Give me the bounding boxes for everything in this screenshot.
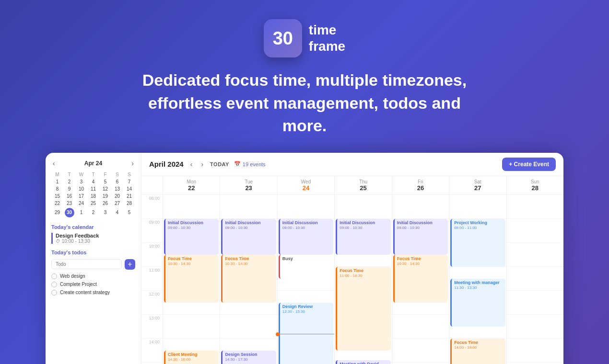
time-col: 08:0009:0010:0011:0012:0013:0014:0015:00… — [141, 195, 163, 364]
sidebar: ‹ Apr 24 › MTWTFSS 123456789101112131415… — [46, 153, 141, 364]
mini-cal-title: Apr 24 — [84, 160, 102, 167]
sidebar-event: Design Feedback ⏱ 10:00 - 13:30 — [51, 233, 135, 244]
day-slot — [507, 195, 563, 219]
event-block[interactable]: Initial Discussion09:00 - 10:30 — [393, 219, 448, 255]
event-name: Design Review — [282, 304, 331, 310]
day-slot — [507, 267, 563, 291]
cal-header: April 2024 ‹ › TODAY 📅 19 events + Creat… — [141, 153, 563, 176]
event-name: Client Meeting — [168, 352, 216, 358]
day-slot — [163, 315, 220, 339]
time-slot: 14:00 — [141, 339, 163, 363]
event-block[interactable]: Meeting with David — [336, 360, 390, 364]
day-name: Fri — [396, 179, 445, 184]
day-name: Tue — [224, 179, 273, 184]
todo-add-btn[interactable]: + — [125, 259, 135, 270]
day-slot — [220, 195, 277, 219]
day-col-wed: Initial Discussion09:00 - 10:30BusyDesig… — [277, 195, 334, 364]
event-time: 11:00 - 14:30 — [340, 273, 388, 278]
cal-day-headers: Mon22Tue23Wed24Thu25Fri26Sat27Sun28 — [141, 176, 563, 195]
day-name: Sun — [511, 179, 560, 184]
event-block[interactable]: Meeting with manager11:30 - 13:30 — [450, 279, 505, 327]
day-col-mon: Initial Discussion09:00 - 10:30Focus Tim… — [163, 195, 220, 364]
calendar-main: April 2024 ‹ › TODAY 📅 19 events + Creat… — [141, 153, 563, 364]
event-block[interactable]: Focus Time10:30 - 14:30 — [221, 255, 276, 303]
day-slot — [507, 219, 563, 243]
day-slot — [449, 195, 506, 219]
cal-day-header-tue: Tue23 — [220, 176, 277, 194]
event-time: 09:00 - 11:00 — [454, 226, 503, 230]
day-slot — [335, 195, 391, 219]
cal-events-count: 19 events — [243, 161, 266, 167]
mini-cal-next-btn[interactable]: › — [130, 159, 135, 167]
event-block[interactable]: Initial Discussion09:00 - 10:30 — [221, 219, 276, 255]
day-num: 25 — [360, 184, 366, 192]
todays-todos-title: Today's todos — [51, 250, 135, 255]
todo-circle[interactable] — [51, 290, 57, 296]
todo-item[interactable]: Complete Project — [51, 282, 135, 287]
cal-month-title: April 2024 — [149, 160, 184, 168]
event-time: 12:30 - 15:30 — [282, 309, 331, 314]
event-block[interactable]: Focus Time11:00 - 14:30 — [336, 267, 390, 351]
event-name: Initial Discussion — [225, 220, 273, 226]
logo-number: 30 — [273, 28, 293, 49]
day-col-fri: Initial Discussion09:00 - 10:30Focus Tim… — [392, 195, 449, 364]
event-time: 09:00 - 10:30 — [397, 226, 445, 230]
todo-input[interactable] — [51, 259, 122, 269]
todo-label: Create content strategy — [60, 290, 110, 295]
event-block[interactable]: Initial Discussion09:00 - 10:30 — [164, 219, 219, 255]
day-slot — [507, 291, 563, 315]
logo-text: time frame — [309, 22, 345, 54]
event-name: Focus Time — [340, 268, 388, 274]
day-slot — [278, 195, 334, 219]
event-block[interactable]: Focus Time14:00 - 18:00 — [450, 339, 505, 364]
todo-input-row: + — [51, 259, 135, 270]
mini-cal-prev-btn[interactable]: ‹ — [51, 159, 57, 167]
headline-line1: Dedicated focus time, multiple timezones… — [137, 69, 472, 92]
day-num: 24 — [303, 184, 309, 192]
day-num: 27 — [474, 184, 481, 192]
event-name: Initial Discussion — [282, 220, 331, 226]
event-name: Meeting with David — [340, 362, 388, 364]
day-name: Sat — [453, 179, 502, 184]
todo-item[interactable]: Create content strategy — [51, 290, 135, 296]
mini-cal-header: ‹ Apr 24 › — [51, 159, 135, 167]
cal-day-header-sun: Sun28 — [506, 176, 563, 194]
event-block[interactable]: Project Working09:00 - 11:00 — [450, 219, 505, 267]
hero-headline: Dedicated focus time, multiple timezones… — [137, 69, 472, 137]
event-block[interactable]: Focus Time10:30 - 14:30 — [164, 255, 219, 303]
cal-next-btn[interactable]: › — [199, 159, 205, 169]
event-time: 09:00 - 10:30 — [282, 226, 331, 230]
todo-list: Web designComplete ProjectCreate content… — [51, 273, 135, 296]
day-col-thu: Initial Discussion09:00 - 10:30Focus Tim… — [334, 195, 391, 364]
event-block[interactable]: Client Meeting14:30 - 16:00 — [164, 351, 219, 364]
cal-today-btn[interactable]: TODAY — [210, 161, 229, 167]
cal-header-empty — [141, 176, 163, 194]
day-slot — [392, 315, 449, 339]
day-name: Wed — [281, 179, 330, 184]
cal-body: 08:0009:0010:0011:0012:0013:0014:0015:00… — [141, 195, 563, 364]
event-block[interactable]: Initial Discussion09:00 - 10:30 — [279, 219, 333, 255]
day-slot — [507, 315, 563, 339]
time-slot: 11:00 — [141, 267, 163, 291]
event-name: Design Session — [225, 352, 273, 358]
todo-circle[interactable] — [51, 282, 57, 287]
cal-day-header-mon: Mon22 — [163, 176, 220, 194]
event-block[interactable]: Focus Time10:30 - 14:30 — [393, 255, 448, 303]
event-block[interactable]: Busy — [279, 255, 333, 279]
day-col-sun — [506, 195, 563, 364]
day-slot — [507, 339, 563, 363]
current-time-line — [278, 334, 334, 335]
event-time: 14:00 - 18:00 — [454, 345, 503, 350]
cal-prev-btn[interactable]: ‹ — [188, 159, 195, 169]
day-col-sat: Project Working09:00 - 11:00Meeting with… — [449, 195, 506, 364]
todo-item[interactable]: Web design — [51, 273, 135, 279]
todo-circle[interactable] — [51, 273, 57, 279]
event-block[interactable]: Initial Discussion09:00 - 10:30 — [336, 219, 390, 255]
current-time-dot — [276, 332, 280, 336]
event-block[interactable]: Design Session14:30 - 17:30 — [221, 351, 276, 364]
day-num: 23 — [245, 184, 252, 192]
event-time: 14:30 - 16:00 — [168, 357, 216, 362]
day-slot — [163, 195, 220, 219]
create-event-btn[interactable]: + Create Event — [502, 158, 556, 171]
event-name: Initial Discussion — [340, 220, 388, 226]
